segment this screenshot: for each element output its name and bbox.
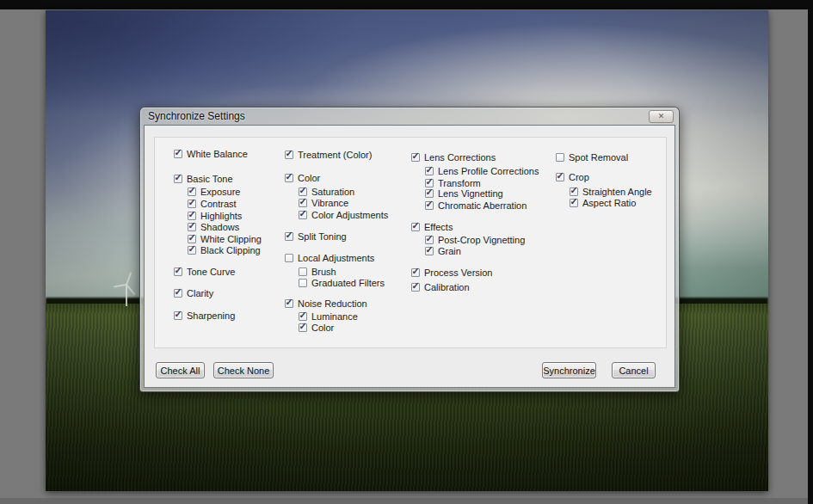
check-icon: ✓	[570, 187, 577, 194]
check-icon: ✓	[425, 235, 433, 243]
check-icon: ✓	[174, 174, 182, 181]
checkbox-sharpening[interactable]: ✓Sharpening	[174, 310, 235, 321]
close-icon: ✕	[658, 113, 665, 120]
checkbox-contrast[interactable]: ✓Contrast	[188, 198, 237, 209]
check-icon: ✓	[188, 199, 195, 206]
checkbox-color[interactable]: ✓Color	[285, 172, 320, 183]
synchronize-settings-dialog: Synchronize Settings ✕ ✓White Balance ✓B…	[139, 107, 680, 392]
checkbox-chromatic-aberration[interactable]: ✓Chromatic Aberration	[425, 200, 527, 211]
check-icon: ✓	[285, 231, 293, 239]
checkbox-label: Contrast	[200, 199, 237, 209]
checkbox-box	[556, 153, 564, 162]
checkbox-box: ✓	[188, 187, 196, 196]
checkbox-label: Aspect Ratio	[582, 198, 636, 208]
checkbox-local-adjustments[interactable]: Local Adjustments	[285, 252, 374, 263]
checkbox-label: Effects	[424, 222, 453, 232]
checkbox-label: Spot Removal	[569, 152, 628, 163]
checkbox-label: Treatment (Color)	[298, 150, 372, 160]
check-icon: ✓	[556, 172, 564, 180]
checkbox-straighten-angle[interactable]: ✓Straighten Angle	[570, 186, 652, 197]
checkbox-box: ✓	[570, 187, 578, 196]
check-icon: ✓	[188, 187, 195, 194]
checkbox-treatment-color[interactable]: ✓Treatment (Color)	[285, 149, 372, 160]
checkbox-box: ✓	[425, 201, 434, 210]
checkbox-brush[interactable]: Brush	[299, 266, 336, 277]
checkbox-label: Basic Tone	[187, 174, 233, 184]
checkbox-label: Brush	[311, 267, 336, 277]
check-icon: ✓	[425, 200, 433, 208]
checkbox-box: ✓	[570, 199, 578, 207]
checkbox-black-clipping[interactable]: ✓Black Clipping	[188, 244, 261, 255]
checkbox-label: Black Clipping	[200, 245, 261, 255]
checkbox-shadows[interactable]: ✓Shadows	[188, 221, 239, 232]
checkbox-saturation[interactable]: ✓Saturation	[299, 186, 354, 197]
checkbox-crop[interactable]: ✓Crop	[556, 171, 589, 182]
cancel-button[interactable]: Cancel	[612, 362, 656, 378]
check-icon: ✓	[299, 198, 306, 206]
check-icon: ✓	[174, 267, 182, 274]
checkbox-box: ✓	[285, 299, 293, 308]
checkbox-label: Noise Reduction	[298, 298, 367, 309]
check-icon: ✓	[411, 152, 419, 160]
checkbox-exposure[interactable]: ✓Exposure	[188, 186, 240, 197]
checkbox-aspect-ratio[interactable]: ✓Aspect Ratio	[570, 197, 636, 208]
checkbox-box: ✓	[425, 189, 434, 198]
checkbox-box: ✓	[188, 235, 196, 243]
dialog-titlebar[interactable]: Synchronize Settings	[140, 108, 679, 125]
check-icon: ✓	[174, 288, 182, 296]
checkbox-label: Lens Vignetting	[438, 188, 503, 199]
checkbox-split-toning[interactable]: ✓Split Toning	[285, 230, 347, 242]
checkbox-white-clipping[interactable]: ✓White Clipping	[188, 233, 262, 244]
checkbox-box: ✓	[556, 173, 564, 181]
check-icon: ✓	[285, 298, 293, 306]
checkbox-label: Luminance	[311, 311, 358, 322]
synchronize-button[interactable]: Synchronize	[542, 362, 596, 378]
checkbox-noise-color[interactable]: ✓Color	[299, 322, 334, 333]
checkbox-label: Straighten Angle	[582, 187, 652, 197]
check-icon: ✓	[299, 210, 306, 218]
checkbox-lens-profile-corrections[interactable]: ✓Lens Profile Corrections	[425, 165, 539, 176]
checkbox-box: ✓	[425, 179, 434, 187]
check-icon: ✓	[174, 149, 182, 157]
checkbox-box: ✓	[411, 268, 420, 277]
checkbox-box: ✓	[299, 199, 307, 207]
checkbox-color-adjustments[interactable]: ✓Color Adjustments	[299, 209, 388, 220]
check-none-button[interactable]: Check None	[213, 362, 274, 378]
checkbox-label: Local Adjustments	[298, 253, 374, 263]
checkbox-vibrance[interactable]: ✓Vibrance	[299, 197, 348, 208]
check-icon: ✓	[285, 173, 293, 181]
check-all-button[interactable]: Check All	[156, 362, 205, 378]
checkbox-basic-tone[interactable]: ✓Basic Tone	[174, 173, 233, 184]
checkbox-spot-removal[interactable]: Spot Removal	[556, 151, 628, 163]
checkbox-calibration[interactable]: ✓Calibration	[411, 281, 470, 292]
checkbox-luminance[interactable]: ✓Luminance	[299, 310, 358, 322]
checkbox-graduated-filters[interactable]: Graduated Filters	[299, 277, 385, 288]
check-icon: ✓	[285, 150, 293, 157]
checkbox-process-version[interactable]: ✓Process Version	[411, 267, 492, 278]
checkbox-noise-reduction[interactable]: ✓Noise Reduction	[285, 298, 367, 309]
check-icon: ✓	[425, 178, 433, 186]
checkbox-label: Process Version	[424, 267, 492, 278]
close-button[interactable]: ✕	[649, 110, 674, 123]
checkbox-tone-curve[interactable]: ✓Tone Curve	[174, 266, 235, 277]
checkbox-grain[interactable]: ✓Grain	[425, 245, 461, 256]
checkbox-box: ✓	[188, 200, 196, 208]
checkbox-label: Calibration	[424, 282, 470, 292]
check-icon: ✓	[174, 310, 182, 318]
checkbox-lens-corrections[interactable]: ✓Lens Corrections	[411, 151, 496, 163]
checkbox-label: Color Adjustments	[311, 210, 388, 220]
check-icon: ✓	[299, 187, 306, 194]
checkbox-lens-vignetting[interactable]: ✓Lens Vignetting	[425, 187, 503, 199]
checkbox-post-crop-vignetting[interactable]: ✓Post-Crop Vignetting	[425, 234, 525, 245]
checkbox-label: Tone Curve	[187, 267, 235, 277]
checkbox-label: Crop	[569, 172, 589, 182]
checkbox-white-balance[interactable]: ✓White Balance	[174, 148, 248, 159]
check-icon: ✓	[425, 166, 433, 174]
checkbox-label: Post-Crop Vignetting	[438, 235, 525, 245]
checkbox-effects[interactable]: ✓Effects	[411, 221, 453, 232]
check-icon: ✓	[299, 311, 306, 319]
checkbox-box: ✓	[174, 311, 182, 320]
checkbox-clarity[interactable]: ✓Clarity	[174, 287, 213, 298]
checkbox-label: Split Toning	[298, 231, 347, 242]
checkbox-box: ✓	[188, 223, 196, 231]
